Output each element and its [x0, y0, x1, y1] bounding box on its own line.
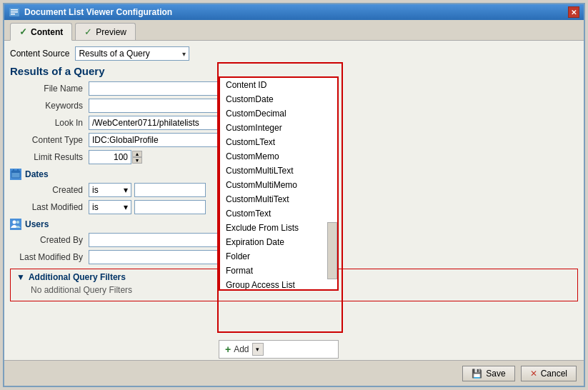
content-source-arrow-icon: ▾ — [182, 50, 186, 58]
dropdown-item-exclude-from-lists[interactable]: Exclude From Lists — [220, 221, 337, 235]
add-dropdown-arrow-icon: ▾ — [256, 346, 259, 353]
svg-rect-7 — [17, 169, 19, 171]
created-operator-arrow-icon: ▾ — [124, 185, 128, 195]
tab-content-label: Content — [31, 27, 63, 37]
add-button-label: Add — [234, 344, 249, 354]
content-source-row: Content Source Results of a Query ▾ — [10, 46, 578, 61]
tab-preview-label: Preview — [96, 27, 126, 37]
dropdown-item-expiration-date[interactable]: Expiration Date — [220, 235, 337, 249]
keywords-label: Keywords — [10, 101, 89, 111]
svg-rect-6 — [13, 169, 14, 171]
created-date-input[interactable] — [134, 183, 206, 197]
add-plus-icon: + — [225, 344, 231, 355]
svg-rect-2 — [11, 11, 18, 13]
dropdown-item-group-access-list[interactable]: Group Access List — [220, 278, 337, 291]
main-content: Content Source Results of a Query ▾ Resu… — [4, 41, 584, 360]
limit-results-spinner[interactable]: ▲ ▼ — [132, 151, 142, 164]
dropdown-item-content-id[interactable]: Content ID — [220, 78, 337, 92]
svg-point-8 — [13, 221, 16, 224]
cancel-button-label: Cancel — [541, 369, 567, 379]
add-dropdown-arrow-button[interactable]: ▾ — [252, 343, 264, 356]
content-source-value: Results of a Query — [79, 49, 149, 59]
dropdown-item-custom-ltext[interactable]: CustomLText — [220, 135, 337, 149]
created-operator-select[interactable]: is ▾ — [89, 183, 131, 197]
dropdown-item-folder[interactable]: Folder — [220, 249, 337, 264]
dropdown-item-custom-integer[interactable]: CustomInteger — [220, 121, 337, 135]
preview-check-icon: ✓ — [84, 26, 92, 37]
spinner-up-icon[interactable]: ▲ — [132, 151, 142, 157]
last-modified-arrow-icon: ▾ — [124, 202, 128, 212]
content-source-label: Content Source — [10, 49, 69, 59]
filter-icon: ▼ — [16, 272, 25, 282]
content-check-icon: ✓ — [19, 26, 27, 37]
dropdown-item-custom-multiltext[interactable]: CustomMultiLText — [220, 164, 337, 178]
content-type-label: Content Type — [10, 135, 89, 145]
tab-preview[interactable]: ✓ Preview — [75, 23, 136, 40]
bottom-bar: 💾 Save ✕ Cancel — [4, 360, 584, 386]
title-bar: Document List Viewer Configuration ✕ — [4, 4, 584, 20]
dates-icon — [10, 169, 21, 180]
dropdown-item-custom-decimal[interactable]: CustomDecimal — [220, 106, 337, 121]
tab-content[interactable]: ✓ Content — [10, 23, 72, 41]
dialog-window: Document List Viewer Configuration ✕ ✓ C… — [3, 3, 585, 387]
dates-subsection-title: Dates — [25, 169, 49, 179]
last-modified-operator-value: is — [92, 202, 99, 212]
title-bar-left: Document List Viewer Configuration — [9, 6, 172, 18]
section-title: Results of a Query — [10, 65, 578, 77]
cancel-button[interactable]: ✕ Cancel — [521, 366, 577, 381]
dialog-title: Document List Viewer Configuration — [24, 7, 172, 17]
dropdown-item-custom-multimemo[interactable]: CustomMultiMemo — [220, 178, 337, 192]
add-button-row: + Add ▾ — [219, 340, 339, 359]
scroll-thumb — [327, 222, 337, 279]
dropdown-item-custom-multitext[interactable]: CustomMultiText — [220, 192, 337, 206]
users-subsection-title: Users — [25, 219, 49, 229]
created-label: Created — [10, 185, 89, 195]
dropdown-item-custom-memo[interactable]: CustomMemo — [220, 149, 337, 164]
svg-rect-1 — [11, 9, 18, 11]
last-modified-by-label: Last Modified By — [10, 252, 89, 262]
svg-rect-5 — [11, 171, 20, 173]
save-button-label: Save — [486, 369, 505, 379]
users-icon — [10, 219, 21, 230]
save-icon: 💾 — [472, 369, 482, 379]
close-button[interactable]: ✕ — [568, 6, 579, 18]
dropdown-list[interactable]: Content ID CustomDate CustomDecimal Cust… — [219, 76, 339, 291]
dropdown-item-format[interactable]: Format — [220, 264, 337, 278]
last-modified-label: Last Modified — [10, 202, 89, 212]
last-modified-operator-select[interactable]: is ▾ — [89, 200, 131, 214]
svg-rect-3 — [11, 14, 15, 15]
cancel-icon: ✕ — [530, 369, 537, 379]
dialog-icon — [9, 6, 20, 18]
content-source-select[interactable]: Results of a Query ▾ — [75, 46, 189, 61]
save-button[interactable]: 💾 Save — [462, 366, 514, 381]
look-in-label: Look In — [10, 118, 89, 128]
dropdown-item-custom-text[interactable]: CustomText — [220, 206, 337, 221]
limit-results-input[interactable] — [89, 150, 131, 164]
created-operator-value: is — [92, 185, 99, 195]
tab-bar: ✓ Content ✓ Preview — [4, 20, 584, 41]
file-name-label: File Name — [10, 84, 89, 94]
add-button[interactable]: + Add — [225, 344, 249, 355]
svg-point-9 — [16, 221, 19, 224]
dropdown-item-custom-date[interactable]: CustomDate — [220, 92, 337, 106]
additional-filters-title: Additional Query Filters — [29, 272, 126, 282]
last-modified-date-input[interactable] — [134, 200, 206, 214]
created-by-label: Created By — [10, 235, 89, 245]
spinner-down-icon[interactable]: ▼ — [132, 157, 142, 164]
limit-results-label: Limit Results — [10, 152, 89, 162]
